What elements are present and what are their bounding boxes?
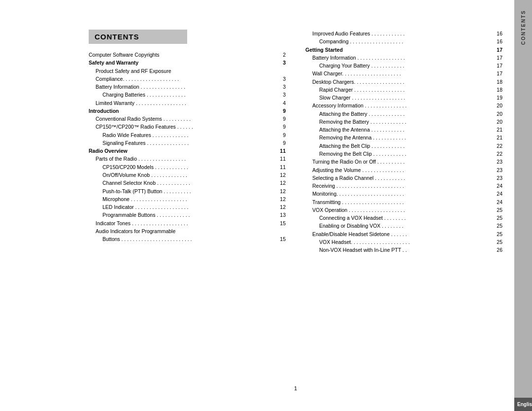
toc-label: Charging Your Battery . . . . . . . . . … xyxy=(319,62,494,69)
toc-entry: CP150/CP200 Models . . . . . . . . . . .… xyxy=(89,163,286,171)
toc-label: Desktop Chargers. . . . . . . . . . . . … xyxy=(312,78,494,86)
toc-entry: Turning the Radio On or Off . . . . . . … xyxy=(305,158,502,166)
toc-entry: CP150™/CP200™ Radio Features . . . . . .… xyxy=(89,123,286,131)
toc-label: Radio Overview xyxy=(89,147,277,155)
toc-label: Adjusting the Volume . . . . . . . . . .… xyxy=(312,166,494,174)
toc-label: Conventional Radio Systems . . . . . . .… xyxy=(96,115,277,123)
toc-entry: Buttons . . . . . . . . . . . . . . . . … xyxy=(89,235,286,243)
toc-label: On/Off/Volume Knob . . . . . . . . . . .… xyxy=(102,171,277,179)
main-content: CONTENTS Computer Software Copyrights2Sa… xyxy=(0,0,532,411)
toc-page: 17 xyxy=(494,62,502,69)
toc-entry: Selecting a Radio Channel . . . . . . . … xyxy=(305,174,502,182)
toc-entry: Attaching the Belt Clip . . . . . . . . … xyxy=(305,142,502,150)
toc-page: 12 xyxy=(277,195,286,203)
toc-entry: Desktop Chargers. . . . . . . . . . . . … xyxy=(305,78,502,86)
toc-label: Removing the Belt Clip . . . . . . . . .… xyxy=(319,150,494,158)
toc-page: 17 xyxy=(494,69,502,77)
toc-label: Enable/Disable Headset Sidetone . . . . … xyxy=(312,230,494,238)
side-tab: CONTENTS English xyxy=(514,0,532,411)
toc-label: Wall Charger. . . . . . . . . . . . . . … xyxy=(312,69,494,77)
toc-entry: Attaching the Battery . . . . . . . . . … xyxy=(305,110,502,118)
toc-label: Battery Information . . . . . . . . . . … xyxy=(96,83,277,91)
toc-label: CP150/CP200 Models . . . . . . . . . . .… xyxy=(102,163,277,171)
toc-label: Safety and Warranty xyxy=(89,59,277,67)
toc-entry: Removing the Belt Clip . . . . . . . . .… xyxy=(305,150,502,158)
toc-page: 9 xyxy=(277,123,286,131)
toc-entry: Rapid Charger . . . . . . . . . . . . . … xyxy=(305,86,502,94)
toc-entry: On/Off/Volume Knob . . . . . . . . . . .… xyxy=(89,171,286,179)
toc-label: Slow Charger . . . . . . . . . . . . . .… xyxy=(319,94,494,102)
toc-entry: Charging Your Battery . . . . . . . . . … xyxy=(305,62,502,69)
side-tab-english-label: English xyxy=(514,398,532,411)
toc-label: Connecting a VOX Headset . . . . . . . . xyxy=(319,214,494,222)
toc-label: Product Safety and RF Exposure xyxy=(96,67,277,75)
toc-entry: VOX Headset. . . . . . . . . . . . . . .… xyxy=(305,238,502,246)
toc-label: Charging Batteries . . . . . . . . . . .… xyxy=(102,91,277,99)
toc-page: 25 xyxy=(494,214,502,222)
toc-entry: Compliance. . . . . . . . . . . . . . . … xyxy=(89,75,286,83)
toc-label: Enabling or Disabling VOX . . . . . . . … xyxy=(319,222,494,230)
toc-entry: Slow Charger . . . . . . . . . . . . . .… xyxy=(305,94,502,102)
toc-entry: Indicator Tones . . . . . . . . . . . . … xyxy=(89,219,286,227)
toc-entry: Channel Selector Knob . . . . . . . . . … xyxy=(89,179,286,187)
toc-label: Transmitting . . . . . . . . . . . . . .… xyxy=(312,198,494,206)
toc-label: Audio Indicators for Programmable xyxy=(96,227,277,235)
toc-left-entries: Computer Software Copyrights2Safety and … xyxy=(89,51,286,243)
toc-page: 3 xyxy=(277,83,286,91)
toc-page: 18 xyxy=(494,86,502,94)
toc-entry: Getting Started17 xyxy=(305,46,502,54)
toc-page: 9 xyxy=(277,139,286,147)
toc-container: CONTENTS Computer Software Copyrights2Sa… xyxy=(89,30,502,380)
toc-page: 9 xyxy=(277,107,286,115)
toc-label: VOX Headset. . . . . . . . . . . . . . .… xyxy=(319,238,494,246)
toc-label: Introduction xyxy=(89,107,277,115)
toc-page: 20 xyxy=(494,102,502,109)
toc-entry: Computer Software Copyrights2 xyxy=(89,51,286,59)
toc-entry: Limited Warranty . . . . . . . . . . . .… xyxy=(89,99,286,107)
toc-page: 9 xyxy=(277,131,286,139)
toc-page: 3 xyxy=(277,91,286,99)
toc-label: Programmable Buttons . . . . . . . . . .… xyxy=(102,211,277,219)
toc-page: 24 xyxy=(494,198,502,206)
toc-entry: Charging Batteries . . . . . . . . . . .… xyxy=(89,91,286,99)
toc-page: 25 xyxy=(494,238,502,246)
toc-entry: Battery Information . . . . . . . . . . … xyxy=(305,54,502,62)
toc-page: 25 xyxy=(494,222,502,230)
toc-entry: Radio Overview11 xyxy=(89,147,286,155)
toc-entry: Enable/Disable Headset Sidetone . . . . … xyxy=(305,230,502,238)
toc-page: 24 xyxy=(494,190,502,198)
toc-page: 11 xyxy=(277,147,286,155)
toc-label: Microphone . . . . . . . . . . . . . . .… xyxy=(102,195,277,203)
toc-entry: Improved Audio Features . . . . . . . . … xyxy=(305,30,502,37)
toc-page: 12 xyxy=(277,203,286,211)
toc-page: 25 xyxy=(494,206,502,214)
toc-page: 17 xyxy=(494,46,502,54)
toc-entry: Removing the Battery . . . . . . . . . .… xyxy=(305,118,502,126)
toc-entry: Microphone . . . . . . . . . . . . . . .… xyxy=(89,195,286,203)
toc-entry: Battery Information . . . . . . . . . . … xyxy=(89,83,286,91)
toc-right-entries: Improved Audio Features . . . . . . . . … xyxy=(305,30,502,254)
toc-page: 20 xyxy=(494,118,502,126)
toc-label: Attaching the Battery . . . . . . . . . … xyxy=(319,110,494,118)
toc-entry: Parts of the Radio . . . . . . . . . . .… xyxy=(89,155,286,163)
toc-label: Compliance. . . . . . . . . . . . . . . … xyxy=(96,75,277,83)
toc-label: Non-VOX Headset with In-Line PTT . . xyxy=(319,246,494,254)
toc-page: 26 xyxy=(494,246,502,254)
toc-page: 12 xyxy=(277,171,286,179)
toc-entry: Accessory Information . . . . . . . . . … xyxy=(305,102,502,109)
toc-label: Removing the Antenna . . . . . . . . . .… xyxy=(319,134,494,141)
toc-page: 9 xyxy=(277,115,286,123)
toc-label: Selecting a Radio Channel . . . . . . . … xyxy=(312,174,494,182)
toc-entry: Conventional Radio Systems . . . . . . .… xyxy=(89,115,286,123)
toc-label: Improved Audio Features . . . . . . . . … xyxy=(312,30,494,37)
toc-entry: Removing the Antenna . . . . . . . . . .… xyxy=(305,134,502,141)
toc-label: Companding . . . . . . . . . . . . . . .… xyxy=(319,37,494,45)
toc-entry: Adjusting the Volume . . . . . . . . . .… xyxy=(305,166,502,174)
toc-label: Receiving . . . . . . . . . . . . . . . … xyxy=(312,182,494,190)
toc-page: 13 xyxy=(277,211,286,219)
toc-label: Removing the Battery . . . . . . . . . .… xyxy=(319,118,494,126)
toc-page: 4 xyxy=(277,99,286,107)
toc-page: 22 xyxy=(494,142,502,150)
toc-page: 11 xyxy=(277,155,286,163)
toc-page: 11 xyxy=(277,163,286,171)
